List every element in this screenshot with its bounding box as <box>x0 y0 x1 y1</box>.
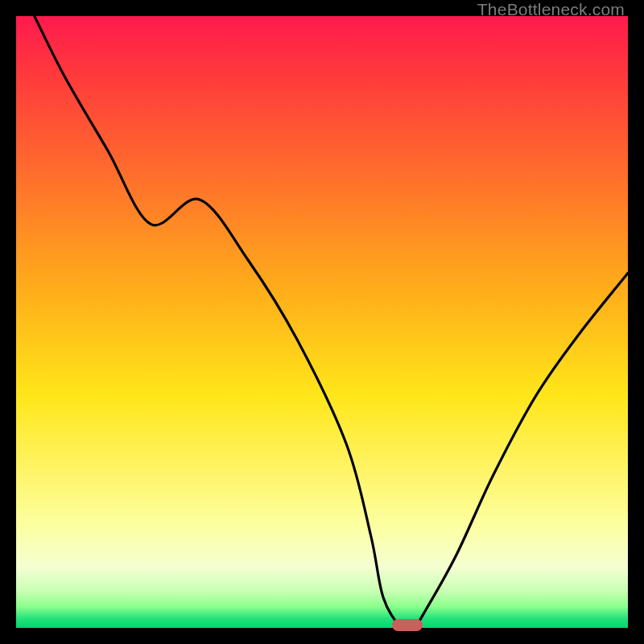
watermark-text: TheBottleneck.com <box>477 0 625 19</box>
bottleneck-curve <box>16 16 628 628</box>
chart-frame: TheBottleneck.com <box>0 0 644 644</box>
optimal-point-marker <box>392 619 423 631</box>
